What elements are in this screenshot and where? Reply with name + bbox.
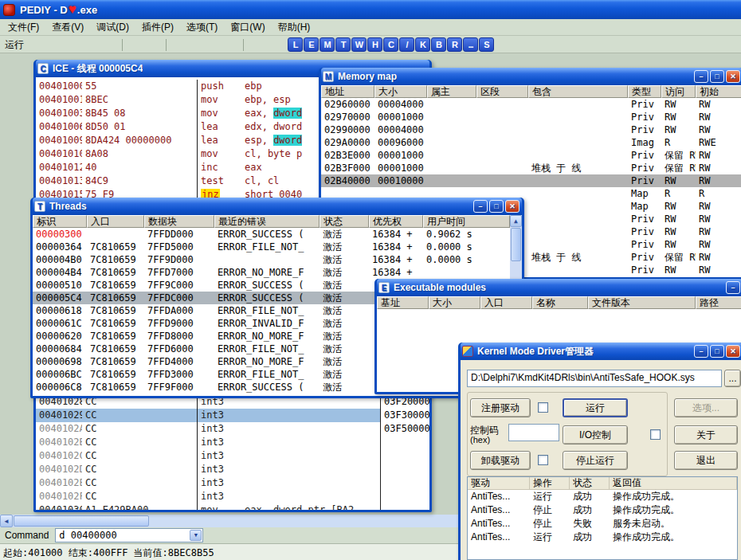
browse-button[interactable]: ... [724,370,741,387]
menu-item[interactable]: 插件(P) [135,19,180,36]
close-program-icon[interactable] [104,37,119,52]
stack-value[interactable]: 03F50000 [381,422,429,436]
driver-result-row[interactable]: AntiTes... 运行 成功 操作成功完成。 [468,490,737,503]
dump-row[interactable]: 00401030 A1 E429BA00 mov eax, dword ptr … [36,503,380,510]
kernel-titlebar[interactable]: Kernel Mode Driver管理器 – □ ✕ [461,343,741,360]
run-driver-button[interactable]: 运行 [563,398,628,417]
window-letter-button[interactable]: E [304,37,319,52]
window-letter-button[interactable]: T [335,37,351,52]
chevron-down-icon[interactable]: ▼ [190,530,202,541]
column-header[interactable]: 属主 [427,85,476,98]
command-input[interactable]: d 00400000 ▼ [55,528,203,542]
pause-icon[interactable] [147,37,163,52]
thread-row[interactable]: 00000364 7C810659 7FFD5000 ERROR_FILE_NO… [33,241,510,253]
column-header[interactable]: 包含 [528,85,628,98]
window-letter-button[interactable]: ... [463,37,478,52]
register-checkbox[interactable] [538,402,548,413]
memory-row[interactable]: 02990000 00004000 Priv RW RW [321,123,741,136]
scroll-thumb[interactable] [511,228,521,261]
close-icon[interactable]: ✕ [505,200,519,213]
column-header[interactable]: 区段 [476,85,528,98]
window-letter-button[interactable]: S [479,37,494,52]
driver-result-row[interactable]: AntiTes... 停止 成功 操作成功完成。 [468,503,737,517]
toolbar-button[interactable] [243,39,249,51]
toolbar-button[interactable] [166,39,171,51]
io-control-button[interactable]: I/O控制 [563,425,628,444]
maximize-icon[interactable]: □ [489,200,504,213]
window-letter-button[interactable]: R [447,37,462,52]
column-header[interactable]: 标识 [33,215,87,228]
main-titlebar[interactable]: PEDIY - D♥.exe [0,0,741,19]
step-over-icon[interactable] [191,37,206,52]
minimize-icon[interactable]: – [694,345,708,358]
menu-item[interactable]: 帮助(H) [272,19,317,36]
about-icon[interactable] [543,37,559,52]
window-letter-button[interactable]: B [431,37,446,52]
driver-result-row[interactable]: AntiTes... 停止 失败 服务未启动。 [468,517,737,531]
column-header[interactable]: 大小 [429,296,480,309]
column-header[interactable]: 入口 [480,296,532,309]
dump-row[interactable]: 00401029 CC int3 [36,409,380,422]
window-letter-button[interactable]: L [288,37,303,52]
driver-result-row[interactable]: AntiTes... 运行 成功 操作成功完成。 [468,531,737,544]
window-letter-button[interactable]: M [320,37,335,52]
memory-row[interactable]: 02B3E000 00001000 Priv 保留 RW RW [321,149,741,162]
dump-row[interactable]: 0040102F CC int3 [36,490,380,503]
column-header[interactable]: 名称 [532,296,588,309]
close-icon[interactable]: ✕ [726,345,740,358]
column-header[interactable]: 用户时间 [423,215,510,228]
run-to-cursor-icon[interactable] [252,37,267,52]
scroll-thumb[interactable] [14,515,149,527]
memory-row[interactable]: 02960000 00004000 Priv RW RW [321,98,741,111]
column-header[interactable]: 路径 [696,296,741,309]
menu-item[interactable]: 窗口(W) [224,19,271,36]
register-driver-button[interactable]: 注册驱动 [470,398,531,417]
unload-driver-button[interactable]: 卸载驱动 [470,451,531,470]
column-header[interactable]: 数据块 [144,215,214,228]
step-into-icon[interactable] [174,37,190,52]
options-button[interactable]: 选项... [674,398,738,417]
trace-over-icon[interactable] [225,37,240,52]
modules-titlebar[interactable]: E Executable modules – [377,279,741,296]
column-header[interactable]: 类型 [628,85,661,98]
memory-row[interactable]: 02970000 00001000 Priv RW RW [321,111,741,123]
menu-item[interactable]: 查看(V) [45,19,90,36]
control-code-field[interactable] [508,424,559,441]
column-header[interactable]: 返回值 [610,477,737,490]
column-header[interactable]: 地址 [321,85,374,98]
memory-row[interactable]: 029A0000 00096000 Imag R RWE [321,136,741,149]
minimize-icon[interactable]: – [726,281,740,294]
column-header[interactable]: 驱动 [468,477,530,490]
close-icon[interactable]: ✕ [726,70,740,83]
run-icon[interactable] [131,37,146,52]
column-header[interactable]: 状态 [570,477,610,490]
io-checkbox[interactable] [650,429,661,440]
scroll-up-icon[interactable]: ▲ [510,215,522,227]
thread-row[interactable]: 00000300 7FFDD000 ERROR_SUCCESS ( 激活 163… [33,228,510,241]
trace-into-icon[interactable] [208,37,223,52]
column-header[interactable]: 文件版本 [588,296,696,309]
dump-row[interactable]: 0040102D CC int3 [36,463,380,476]
column-header[interactable]: 初始 [696,85,741,98]
dump-row[interactable]: 0040102E CC int3 [36,476,380,490]
column-header[interactable]: 操作 [530,477,570,490]
window-letter-button[interactable]: C [383,37,398,52]
thread-row[interactable]: 000004B0 7C810659 7FF9D000 激活 16384 + 0.… [33,253,510,266]
dump-row[interactable]: 0040102C CC int3 [36,449,380,463]
column-header[interactable]: 大小 [374,85,427,98]
dump-row[interactable]: 0040102B CC int3 [36,436,380,449]
column-header[interactable]: 最近的错误 [214,215,320,228]
menu-item[interactable]: 选项(T) [180,19,224,36]
driver-path-field[interactable]: D:\Delphi7\KmdKit4DRls\bin\AntiTesSafe_H… [467,370,722,387]
minimize-icon[interactable]: – [473,200,488,213]
minimize-icon[interactable]: – [694,70,708,83]
window-letter-button[interactable]: K [415,37,430,52]
dump-row[interactable]: 0040102A CC int3 [36,422,380,436]
column-header[interactable]: 基址 [377,296,429,309]
unload-checkbox[interactable] [538,455,548,465]
menu-item[interactable]: 调试(D) [90,19,135,36]
scroll-left-icon[interactable]: ◄ [0,515,13,527]
window-letter-button[interactable]: H [367,37,382,52]
column-header[interactable]: 状态 [320,215,369,228]
window-letter-button[interactable]: / [399,37,414,52]
